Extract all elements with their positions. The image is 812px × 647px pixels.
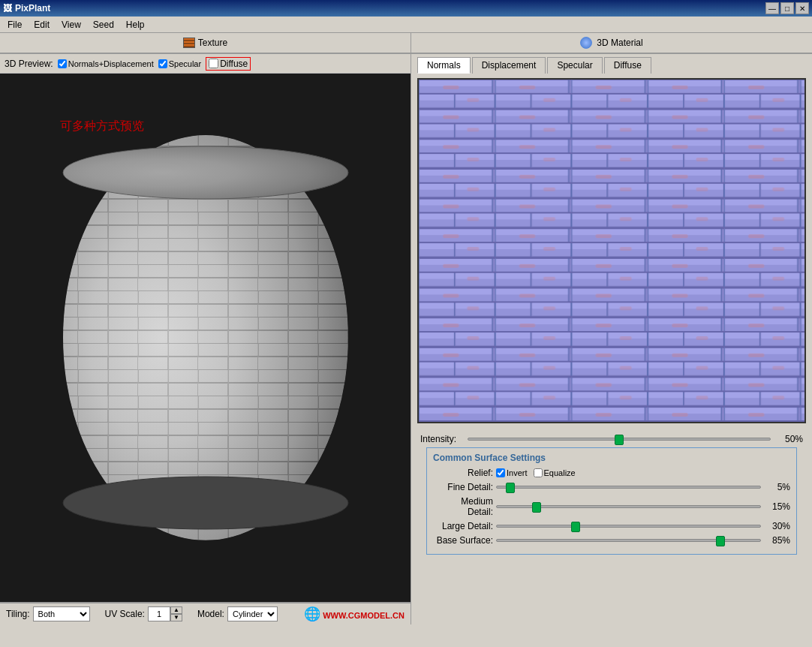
tab-displacement[interactable]: Displacement <box>472 57 546 74</box>
right-panel: 3D Material Normals Displacement Specula… <box>411 33 812 624</box>
base-surface-value: 85% <box>764 535 790 546</box>
relief-row: Relief: Invert Equalize <box>433 468 790 478</box>
fine-detail-thumb[interactable] <box>506 483 515 493</box>
equalize-label: Equalize <box>544 468 576 477</box>
intensity-label: Intensity: <box>420 434 462 444</box>
normals-displacement-input[interactable] <box>58 59 67 68</box>
cylinder-container <box>48 120 363 555</box>
right-header: 3D Material <box>411 33 812 54</box>
texture-toolbar: Texture <box>0 33 411 54</box>
svg-point-17 <box>63 146 348 199</box>
medium-detail-slider[interactable] <box>496 505 761 508</box>
tab-diffuse[interactable]: Diffuse <box>604 57 651 74</box>
menu-edit[interactable]: Edit <box>28 18 56 32</box>
equalize-checkbox[interactable]: Equalize <box>534 468 576 477</box>
fine-detail-label: Fine Detail: <box>433 482 493 492</box>
intensity-thumb[interactable] <box>615 435 624 445</box>
base-surface-label: Base Surface: <box>433 535 493 546</box>
base-surface-row: Base Surface: 85% <box>433 535 790 546</box>
left-panel: Texture 3D Preview: Normals+Displacement… <box>0 33 411 624</box>
title-bar-controls: — □ ✕ <box>765 2 809 14</box>
model-select[interactable]: Cylinder Plane Sphere <box>227 606 278 621</box>
surface-settings-title: Common Surface Settings <box>433 453 790 463</box>
tab-specular[interactable]: Specular <box>547 57 602 74</box>
fine-detail-row: Fine Detail: 5% <box>433 482 790 492</box>
normals-image <box>417 78 806 423</box>
large-detail-controls <box>496 525 761 528</box>
relief-controls: Invert Equalize <box>496 468 576 477</box>
model-group: Model: Cylinder Plane Sphere <box>197 606 278 621</box>
title-bar: 🖼 PixPlant — □ ✕ <box>0 0 812 17</box>
large-detail-thumb[interactable] <box>571 522 580 532</box>
uv-scale-down[interactable]: ▼ <box>170 614 182 621</box>
medium-detail-value: 15% <box>764 501 790 512</box>
specular-input[interactable] <box>158 59 167 68</box>
menu-view[interactable]: View <box>56 18 87 32</box>
3d-material-icon <box>580 37 592 49</box>
specular-label: Specular <box>169 59 201 68</box>
base-surface-thumb[interactable] <box>716 536 725 546</box>
tiling-group: Tiling: Both Horizontal Vertical None <box>6 606 90 621</box>
specular-checkbox[interactable]: Specular <box>158 59 201 68</box>
app-icon: 🖼 <box>3 3 12 14</box>
base-surface-controls <box>496 539 761 542</box>
watermark-text: WWW.CGMODEL.CN <box>323 611 404 620</box>
diffuse-label: Diffuse <box>220 59 248 69</box>
medium-detail-label: Medium Detail: <box>433 496 493 517</box>
diffuse-input[interactable] <box>209 59 218 68</box>
uv-scale-spinner: ▲ ▼ <box>148 606 182 621</box>
status-bar: Tiling: Both Horizontal Vertical None UV… <box>0 602 411 624</box>
uv-scale-buttons: ▲ ▼ <box>170 606 182 621</box>
normals-displacement-checkbox[interactable]: Normals+Displacement <box>58 59 154 68</box>
uv-scale-label: UV Scale: <box>105 609 145 619</box>
watermark: 🌐 WWW.CGMODEL.CN <box>304 606 404 622</box>
medium-detail-row: Medium Detail: 15% <box>433 496 790 517</box>
tabs-bar: Normals Displacement Specular Diffuse <box>411 54 812 74</box>
minimize-button[interactable]: — <box>765 2 779 14</box>
large-detail-slider[interactable] <box>496 525 761 528</box>
uv-scale-group: UV Scale: ▲ ▼ <box>105 606 182 621</box>
menu-seed[interactable]: Seed <box>87 18 120 32</box>
relief-label: Relief: <box>433 468 493 478</box>
svg-point-18 <box>63 477 348 529</box>
large-detail-value: 30% <box>764 521 790 531</box>
model-label: Model: <box>197 609 224 619</box>
maximize-button[interactable]: □ <box>780 2 794 14</box>
uv-scale-input[interactable] <box>148 606 170 621</box>
texture-text: Texture <box>198 38 227 48</box>
texture-label: Texture <box>183 38 227 48</box>
preview-label: 3D Preview: <box>5 59 53 69</box>
menu-file[interactable]: File <box>2 18 28 32</box>
close-button[interactable]: ✕ <box>795 2 809 14</box>
invert-input[interactable] <box>496 468 505 477</box>
fine-detail-value: 5% <box>764 482 790 492</box>
invert-label: Invert <box>507 468 528 477</box>
app-title: PixPlant <box>15 3 50 14</box>
invert-checkbox[interactable]: Invert <box>496 468 528 477</box>
right-header-label: 3D Material <box>597 38 642 48</box>
intensity-value: 50% <box>777 434 803 444</box>
cylinder-svg <box>48 120 363 555</box>
diffuse-checkbox-box[interactable]: Diffuse <box>206 57 251 71</box>
medium-detail-thumb[interactable] <box>532 502 541 513</box>
large-detail-label: Large Detail: <box>433 521 493 531</box>
title-bar-left: 🖼 PixPlant <box>3 3 50 14</box>
tab-normals[interactable]: Normals <box>417 57 471 74</box>
preview-header: 3D Preview: Normals+Displacement Specula… <box>0 54 411 74</box>
intensity-row: Intensity: 50% <box>420 434 803 444</box>
normals-canvas <box>419 80 804 422</box>
medium-detail-controls <box>496 505 761 508</box>
fine-detail-slider[interactable] <box>496 486 761 489</box>
tiling-select[interactable]: Both Horizontal Vertical None <box>33 606 90 621</box>
intensity-slider[interactable] <box>468 438 771 441</box>
svg-rect-37 <box>419 80 804 422</box>
menu-help[interactable]: Help <box>120 18 151 32</box>
uv-scale-up[interactable]: ▲ <box>170 606 182 614</box>
large-detail-row: Large Detail: 30% <box>433 521 790 531</box>
base-surface-slider[interactable] <box>496 539 761 542</box>
tiling-label: Tiling: <box>6 609 30 619</box>
viewport: 可多种方式预览 <box>0 74 411 602</box>
normals-displacement-label: Normals+Displacement <box>68 59 154 68</box>
equalize-input[interactable] <box>534 468 543 477</box>
texture-icon <box>183 38 195 48</box>
